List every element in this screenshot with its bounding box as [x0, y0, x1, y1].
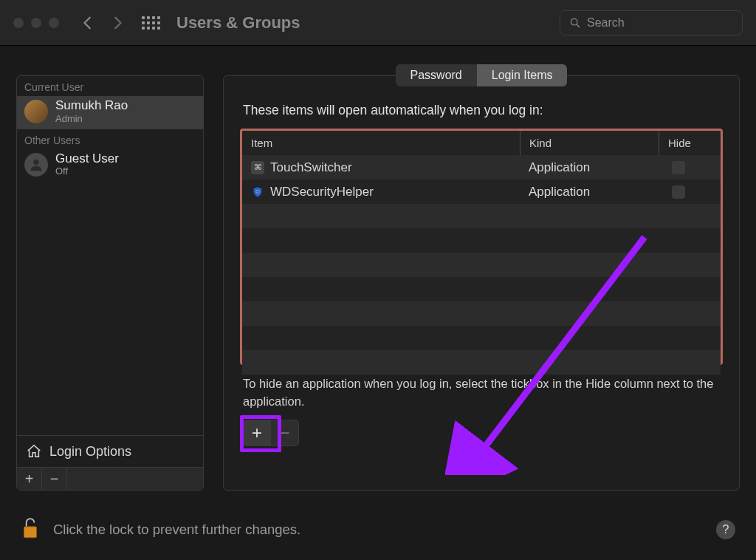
search-placeholder: Search — [587, 16, 625, 30]
col-header-hide[interactable]: Hide — [659, 131, 721, 155]
nav-arrows — [80, 15, 126, 31]
window-controls — [13, 18, 59, 28]
search-field[interactable]: Search — [560, 10, 743, 35]
section-current-user: Current User — [17, 76, 203, 96]
section-other-users: Other Users — [17, 129, 203, 149]
add-user-button[interactable]: + — [17, 468, 42, 490]
item-name: TouchSwitcher — [270, 160, 352, 175]
user-row-current[interactable]: Sumukh Rao Admin — [17, 96, 203, 129]
table-row[interactable]: WDSecurityHelperApplication — [242, 180, 721, 204]
toolbar: Users & Groups Search — [0, 0, 756, 46]
col-header-kind[interactable]: Kind — [520, 131, 659, 155]
col-header-item[interactable]: Item — [242, 131, 520, 155]
user-name: Sumukh Rao — [55, 99, 128, 113]
lock-icon[interactable] — [21, 517, 40, 542]
tab-segment: Password Login Items — [396, 64, 568, 86]
tab-login-items[interactable]: Login Items — [477, 64, 568, 86]
search-icon — [569, 17, 581, 29]
user-sidebar: Current User Sumukh Rao Admin Other User… — [16, 75, 204, 491]
svg-point-2 — [33, 159, 38, 164]
sidebar-add-remove: + − — [17, 467, 203, 490]
user-role: Admin — [55, 113, 128, 124]
shield-icon — [251, 185, 264, 199]
traffic-minimize[interactable] — [31, 18, 41, 28]
avatar — [24, 100, 48, 123]
annotation-highlight — [240, 415, 281, 452]
guest-avatar-icon — [24, 153, 48, 177]
home-icon — [26, 443, 42, 460]
svg-rect-5 — [24, 527, 36, 538]
main-panel: Password Login Items These items will op… — [223, 75, 740, 491]
show-all-icon[interactable] — [142, 16, 160, 30]
hide-checkbox[interactable] — [672, 161, 685, 174]
touchswitcher-icon: ⌘ — [251, 161, 264, 174]
forward-icon[interactable] — [109, 15, 126, 31]
table-header: Item Kind Hide — [242, 131, 721, 155]
table-row[interactable]: ⌘TouchSwitcherApplication — [242, 155, 721, 180]
login-options[interactable]: Login Options — [17, 435, 203, 467]
traffic-close[interactable] — [13, 18, 24, 28]
svg-line-1 — [577, 24, 580, 27]
hide-checkbox[interactable] — [672, 185, 685, 199]
svg-point-0 — [571, 18, 577, 25]
window-title: Users & Groups — [176, 13, 300, 33]
item-kind: Application — [520, 185, 659, 199]
user-row-guest[interactable]: Guest User Off — [17, 149, 203, 182]
user-name: Guest User — [55, 152, 119, 166]
login-items-hint: These items will open automatically when… — [224, 86, 739, 129]
help-button[interactable]: ? — [716, 520, 735, 539]
hide-hint: To hide an application when you log in, … — [224, 365, 739, 418]
tab-password[interactable]: Password — [396, 64, 477, 86]
login-items-add-remove: + − — [243, 420, 720, 446]
traffic-zoom[interactable] — [49, 18, 59, 28]
item-kind: Application — [520, 160, 659, 175]
footer: Click the lock to prevent further change… — [21, 517, 735, 542]
remove-user-button[interactable]: − — [42, 468, 67, 490]
login-items-table: Item Kind Hide ⌘TouchSwitcherApplication… — [240, 129, 723, 365]
user-role: Off — [55, 165, 119, 177]
lock-text: Click the lock to prevent further change… — [53, 522, 300, 538]
back-icon[interactable] — [80, 15, 96, 31]
item-name: WDSecurityHelper — [270, 185, 374, 199]
